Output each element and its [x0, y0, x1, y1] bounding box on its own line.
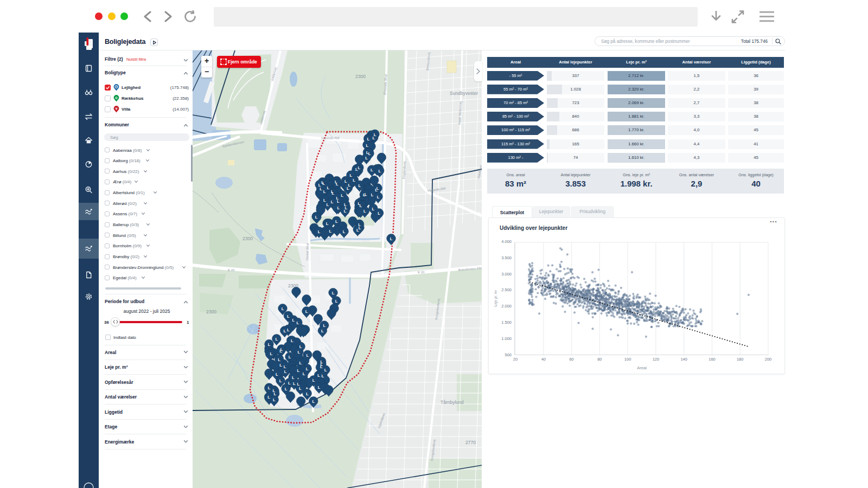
- svg-text:100: 100: [624, 357, 631, 362]
- svg-text:L: L: [267, 395, 270, 400]
- svg-text:L: L: [353, 178, 355, 183]
- svg-text:L: L: [276, 337, 278, 342]
- svg-text:L: L: [299, 361, 302, 365]
- svg-text:L: L: [273, 391, 276, 396]
- svg-text:L: L: [299, 386, 302, 391]
- svg-text:L: L: [341, 193, 343, 198]
- svg-text:L: L: [276, 372, 278, 377]
- svg-text:L: L: [322, 374, 324, 378]
- svg-text:L: L: [312, 378, 315, 383]
- svg-text:3.500: 3.500: [501, 255, 512, 260]
- svg-text:L: L: [318, 385, 321, 390]
- svg-text:1.500: 1.500: [501, 320, 512, 325]
- svg-text:L: L: [324, 368, 327, 373]
- svg-text:L: L: [289, 355, 291, 359]
- svg-text:L: L: [291, 338, 293, 343]
- svg-text:L: L: [318, 229, 321, 234]
- svg-text:L: L: [288, 381, 291, 386]
- svg-text:L: L: [282, 306, 284, 311]
- svg-text:Areal: Areal: [637, 365, 647, 370]
- svg-text:L: L: [278, 357, 280, 362]
- svg-text:500: 500: [505, 352, 512, 357]
- svg-text:L: L: [337, 199, 340, 204]
- svg-text:L: L: [298, 350, 301, 355]
- svg-text:L: L: [283, 329, 286, 333]
- svg-text:L: L: [297, 320, 299, 325]
- svg-text:L: L: [279, 349, 282, 354]
- svg-text:20: 20: [513, 357, 518, 362]
- svg-text:L: L: [331, 200, 334, 204]
- svg-text:L: L: [347, 186, 349, 191]
- svg-text:L: L: [359, 183, 361, 188]
- svg-text:L: L: [366, 143, 369, 148]
- svg-text:L: L: [363, 192, 366, 197]
- svg-text:L: L: [379, 169, 381, 174]
- svg-text:L: L: [360, 203, 362, 208]
- svg-text:L: L: [332, 191, 335, 196]
- svg-text:L: L: [293, 381, 296, 386]
- svg-text:60: 60: [569, 357, 573, 362]
- svg-text:L: L: [335, 219, 338, 224]
- svg-text:L: L: [350, 173, 353, 178]
- svg-text:L: L: [329, 229, 332, 234]
- svg-text:L: L: [279, 378, 282, 383]
- svg-text:L: L: [356, 228, 359, 233]
- svg-text:L: L: [307, 353, 309, 358]
- svg-text:L: L: [306, 367, 309, 371]
- svg-text:L: L: [327, 185, 329, 190]
- svg-text:L: L: [371, 168, 373, 172]
- svg-text:80: 80: [597, 357, 602, 362]
- svg-text:L: L: [372, 136, 375, 140]
- svg-text:L: L: [327, 202, 329, 207]
- svg-text:L: L: [365, 156, 368, 160]
- svg-text:L: L: [284, 369, 287, 374]
- svg-text:L: L: [279, 363, 282, 368]
- svg-text:L: L: [358, 165, 361, 170]
- svg-text:200: 200: [765, 357, 772, 362]
- svg-text:L: L: [273, 397, 276, 402]
- svg-text:L: L: [390, 236, 393, 241]
- svg-text:L: L: [323, 323, 326, 328]
- svg-text:L: L: [344, 209, 347, 214]
- svg-text:L: L: [317, 373, 320, 378]
- svg-text:L: L: [367, 137, 369, 142]
- svg-text:L: L: [375, 188, 378, 192]
- svg-text:L: L: [378, 211, 380, 216]
- svg-text:L: L: [335, 299, 338, 304]
- svg-text:3.000: 3.000: [501, 272, 512, 277]
- svg-text:160: 160: [709, 357, 716, 362]
- svg-text:L: L: [332, 291, 335, 296]
- svg-text:L: L: [297, 368, 300, 373]
- svg-text:L: L: [303, 371, 305, 376]
- svg-text:40: 40: [541, 357, 546, 362]
- svg-text:2.000: 2.000: [501, 304, 512, 309]
- svg-text:L: L: [299, 344, 302, 349]
- svg-text:120: 120: [653, 357, 660, 362]
- svg-text:1.000: 1.000: [501, 336, 512, 341]
- svg-text:L: L: [306, 391, 309, 396]
- svg-text:Leje pr. m²: Leje pr. m²: [494, 290, 498, 307]
- svg-text:L: L: [320, 364, 323, 369]
- svg-text:L: L: [285, 387, 288, 391]
- svg-text:L: L: [344, 179, 347, 184]
- svg-text:L: L: [355, 167, 358, 172]
- svg-text:4.000: 4.000: [501, 239, 512, 244]
- svg-text:L: L: [320, 187, 322, 191]
- svg-text:L: L: [287, 328, 290, 332]
- svg-text:L: L: [323, 198, 326, 203]
- svg-text:L: L: [287, 314, 290, 319]
- svg-text:180: 180: [737, 357, 744, 362]
- svg-text:L: L: [323, 189, 326, 194]
- svg-text:L: L: [292, 318, 295, 323]
- svg-text:L: L: [371, 192, 374, 197]
- svg-text:L: L: [305, 309, 308, 314]
- svg-text:L: L: [312, 399, 315, 404]
- svg-text:L: L: [326, 221, 329, 226]
- svg-text:L: L: [315, 215, 318, 220]
- svg-text:L: L: [337, 206, 340, 210]
- svg-text:140: 140: [680, 357, 687, 362]
- svg-text:L: L: [363, 209, 366, 214]
- svg-text:L: L: [268, 342, 271, 347]
- svg-text:L: L: [377, 195, 380, 200]
- svg-text:L: L: [321, 329, 324, 333]
